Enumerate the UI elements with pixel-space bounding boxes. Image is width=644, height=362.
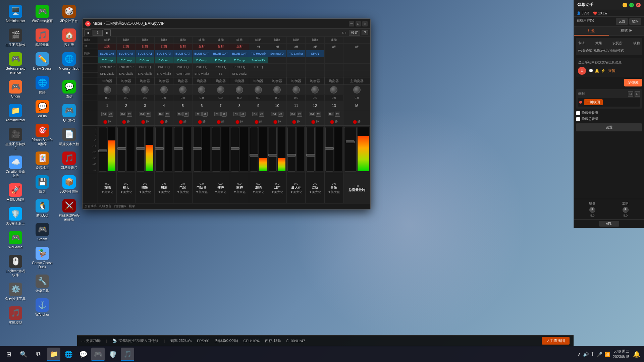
rp-hide-track-label[interactable]: 隐藏音轨道: [576, 111, 642, 115]
rp-hide-volume-label[interactable]: 隐藏总音量: [576, 117, 642, 121]
rd-btn-5-1[interactable]: 独: [202, 112, 208, 117]
rd-btn-11-1[interactable]: 独: [316, 112, 321, 117]
fader-knob-9[interactable]: [268, 154, 277, 157]
fx-cell-3-4[interactable]: Auto-Tune: [173, 70, 192, 77]
rp-settings-button[interactable]: 设置: [616, 18, 628, 25]
desktop-icon-icon-admin2[interactable]: 📁 Administrator: [3, 103, 28, 124]
fx-cell-0-1[interactable]: BLUE GAT: [117, 50, 136, 57]
fader-knob-2[interactable]: [136, 147, 145, 150]
desktop-icon-icon-origin[interactable]: 🎮 Origin: [3, 79, 28, 100]
rd-btn-7-1[interactable]: 独: [240, 112, 246, 117]
rp-maximize-button[interactable]: □: [629, 3, 634, 7]
aux-cell-6[interactable]: 辅助: [211, 37, 230, 43]
aux-cell-0[interactable]: 辅助: [98, 37, 117, 43]
rd-btn-9-0[interactable]: Rd: [271, 112, 277, 116]
fx-cell-0-5[interactable]: BLUE GAT: [193, 50, 211, 57]
fx-cell-3-3[interactable]: SPL Vitaliz: [155, 70, 173, 77]
aux-cell-8[interactable]: 辅助: [249, 37, 268, 43]
aux-cell-9[interactable]: 辅助: [268, 37, 287, 43]
obs-more-func[interactable]: … 更多功能: [81, 338, 101, 343]
mute-btn-5[interactable]: [198, 120, 202, 124]
rd-btn-11-0[interactable]: Rd: [309, 112, 315, 116]
rd-btn-8-1[interactable]: 独: [259, 112, 264, 117]
fx-cell-0-2[interactable]: BLUE GAT: [136, 50, 155, 57]
rp-settings-full-button[interactable]: 设置: [576, 123, 642, 131]
rd-btn-12-1[interactable]: 独: [335, 112, 340, 117]
fx-cell-1-8[interactable]: SonitusFX: [249, 57, 268, 63]
fx-cell-1-1[interactable]: E Comp: [117, 57, 136, 63]
mixer-channel-num[interactable]: 1: [93, 30, 103, 36]
mixer-close-button[interactable]: ✕: [362, 21, 368, 26]
desktop-icon-icon-3dplatform[interactable]: 🎲 3D设计平台: [57, 3, 81, 24]
desktop-icon-icon-jiqun[interactable]: 🔧 计桌工具: [30, 273, 54, 294]
rd-btn-10-0[interactable]: Rd: [290, 112, 296, 116]
fx-cell-1-11[interactable]: [306, 57, 324, 63]
aux-cell-1[interactable]: 辅助: [117, 37, 136, 43]
fx-cell-2-5[interactable]: PRO EQ: [193, 64, 211, 70]
knob-2[interactable]: [141, 86, 149, 94]
taskbar-app-explorer[interactable]: 📁: [47, 348, 60, 361]
rd-btn-2-1[interactable]: 独: [146, 112, 151, 117]
rp-send-button[interactable]: 发弹幕: [624, 79, 642, 86]
rd-btn-1-1[interactable]: 独: [127, 112, 132, 117]
rd-btn-3-1[interactable]: 独: [165, 112, 170, 117]
fader-knob-1[interactable]: [117, 147, 126, 150]
fx-cell-2-11[interactable]: [306, 64, 324, 70]
fader-knob-6[interactable]: [212, 147, 220, 150]
fx-cell-0-0[interactable]: BLUE GAT: [98, 50, 117, 57]
mute-btn-11[interactable]: [311, 120, 315, 124]
aux-cell-10[interactable]: 辅助: [287, 37, 306, 43]
fx-cell-0-9[interactable]: SonitusFX: [268, 50, 287, 57]
rp-output-btn1[interactable]: □: [628, 91, 633, 97]
fx-cell-3-1[interactable]: SPL Vitaliz: [117, 70, 136, 77]
mute-btn-10[interactable]: [292, 120, 296, 124]
fx-cell-2-0[interactable]: FabFilter P: [98, 64, 117, 70]
desktop-icon-icon-goosegoose[interactable]: 🦆 Goose Goose Duck: [30, 245, 54, 270]
rd-btn-7-0[interactable]: Rd: [233, 112, 239, 116]
desktop-icon-icon-steam[interactable]: 🎮 Steam: [30, 222, 54, 243]
desktop-icon-icon-360[interactable]: 🛡️ 360安全卫士: [3, 206, 28, 227]
switch-cell-11[interactable]: off: [306, 44, 324, 50]
fx-cell-3-7[interactable]: SPL Vitaliz: [230, 70, 249, 77]
switch-cell-10[interactable]: off: [287, 44, 306, 50]
switch-cell-5[interactable]: 红彩: [193, 44, 211, 50]
knob-6[interactable]: [217, 86, 224, 94]
taskbar-app-music[interactable]: 🎵: [121, 348, 134, 361]
fx-cell-2-2[interactable]: PRO EQ: [136, 64, 155, 70]
aux-cell-4[interactable]: 辅助: [173, 37, 192, 43]
fx-cell-3-0[interactable]: SPL Vitaliz: [98, 70, 117, 77]
fx-cell-1-5[interactable]: E Comp: [193, 57, 211, 63]
knob-0[interactable]: [104, 86, 111, 94]
taskbar-clock[interactable]: 5:46 周二 2023/8/15: [613, 349, 629, 359]
search-button[interactable]: 🔍: [17, 348, 30, 360]
switch-cell-2[interactable]: 红彩: [136, 44, 155, 50]
fx-cell-3-10[interactable]: [287, 70, 306, 77]
desktop-icon-icon-soufang[interactable]: 🏠 搜方元: [57, 27, 81, 48]
aux-cell-3[interactable]: 辅助: [155, 37, 173, 43]
fx-cell-3-9[interactable]: [268, 70, 287, 77]
fx-cell-2-13[interactable]: [343, 64, 370, 70]
knob-3[interactable]: [160, 86, 168, 94]
mute-btn-9[interactable]: [273, 120, 277, 124]
fx-cell-1-6[interactable]: E Comp: [211, 57, 230, 63]
fx-cell-1-10[interactable]: [287, 57, 306, 63]
desktop-icon-icon-creative[interactable]: ☁️ Creative云盘上传: [3, 154, 28, 179]
fx-cell-0-6[interactable]: BLUE GAT: [211, 50, 230, 57]
mixer-settings-button[interactable]: 设置: [349, 30, 360, 36]
knob-1[interactable]: [122, 86, 130, 94]
desktop-icon-icon-wangwang[interactable]: 🌐 网络: [30, 75, 54, 96]
start-button[interactable]: ⊞: [3, 348, 15, 360]
rp-minimize-button[interactable]: ─: [623, 3, 627, 7]
mute-btn-8[interactable]: [255, 120, 259, 124]
rp-hide-volume-checkbox[interactable]: [576, 117, 580, 121]
knob-13[interactable]: [353, 86, 361, 94]
rp-output-btn2[interactable]: □: [635, 91, 640, 97]
mute-btn-12[interactable]: [330, 120, 334, 124]
desktop-icon-icon-kuaipan[interactable]: 💾 快盘: [30, 174, 54, 195]
switch-cell-3[interactable]: 红彩: [155, 44, 173, 50]
desktop-icon-icon-360soft[interactable]: 📦 360软件管家: [57, 174, 81, 195]
fx-cell-1-2[interactable]: E Comp: [136, 57, 155, 63]
fx-cell-0-12[interactable]: [325, 50, 343, 57]
fx-cell-0-8[interactable]: TC Reverb: [249, 50, 268, 57]
rp-one-click-button[interactable]: 一键收回: [584, 99, 603, 105]
